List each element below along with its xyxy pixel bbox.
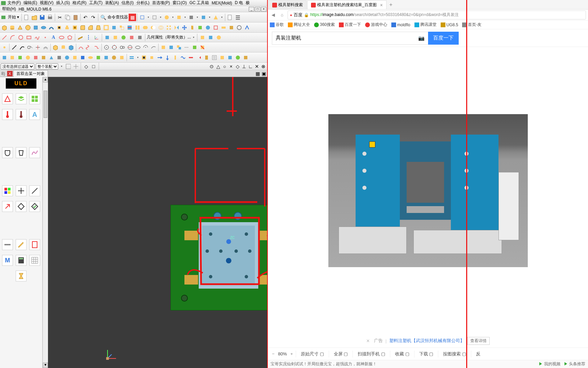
- geom-props-label[interactable]: 几何属性（即将失效）...: [147, 34, 191, 40]
- feature-extra-4[interactable]: [220, 24, 227, 31]
- core-icon[interactable]: [148, 54, 156, 61]
- tab-inactive[interactable]: 模具塑料搜索: [268, 0, 307, 9]
- menu-window[interactable]: 窗口(O): [171, 0, 188, 6]
- sphere-icon[interactable]: [24, 24, 32, 31]
- bookmark-sitedir[interactable]: 网址大全: [288, 22, 310, 28]
- menu-view[interactable]: 视图(V): [38, 0, 55, 6]
- mold-3-icon[interactable]: [16, 54, 24, 61]
- new-icon[interactable]: [23, 14, 30, 21]
- feature-extra-3[interactable]: [212, 24, 219, 31]
- caption-close-icon[interactable]: ✕: [366, 338, 370, 343]
- tab-close-x[interactable]: X: [7, 71, 13, 76]
- print-icon[interactable]: [46, 14, 54, 21]
- curve-arc-icon[interactable]: [18, 44, 26, 51]
- mold-core[interactable]: ZC: [199, 222, 258, 289]
- mold-12-icon[interactable]: [87, 54, 94, 61]
- filter-select-2[interactable]: 整个装配: [36, 63, 58, 70]
- text-icon[interactable]: A: [50, 34, 57, 41]
- ejector-icon[interactable]: [172, 54, 179, 61]
- viewport-btn-2[interactable]: ▣: [261, 71, 266, 76]
- zoom-out-icon[interactable]: −: [271, 351, 276, 357]
- split-icon[interactable]: [134, 24, 141, 31]
- feature-extra-6[interactable]: [235, 24, 243, 31]
- tab-active[interactable]: 首双击某一对象: [13, 70, 48, 77]
- cmd-red-icon[interactable]: ▦: [129, 14, 136, 21]
- sp-m-icon[interactable]: M: [2, 255, 13, 266]
- sp-bar-icon[interactable]: [2, 239, 13, 250]
- sp-cup-icon[interactable]: [2, 147, 13, 158]
- menu-analysis[interactable]: 分析(L): [135, 0, 151, 6]
- extract-icon[interactable]: [167, 44, 175, 51]
- sp-calc-icon[interactable]: [16, 255, 27, 266]
- tool-sheet-icon[interactable]: [226, 14, 234, 21]
- trim-icon[interactable]: [126, 24, 133, 31]
- menu-info[interactable]: 信息(I): [120, 0, 135, 6]
- curve-tangent-icon[interactable]: [26, 44, 34, 51]
- bookmark-google[interactable]: 谷歌: [270, 22, 284, 28]
- block-icon[interactable]: [1, 24, 8, 31]
- sketch-constraint-4[interactable]: [128, 34, 135, 41]
- mold-15-icon[interactable]: [110, 54, 118, 61]
- tool-f-icon[interactable]: [200, 14, 207, 21]
- feature-extra-1[interactable]: [196, 24, 204, 31]
- revolve-icon[interactable]: [40, 24, 47, 31]
- electrode-icon[interactable]: [203, 54, 210, 61]
- search-icon[interactable]: 🔍: [99, 14, 107, 21]
- sp-colorgrid-icon[interactable]: [2, 185, 13, 196]
- mold-11-icon[interactable]: [79, 54, 86, 61]
- circle-3pt-icon[interactable]: [111, 44, 118, 51]
- mold-9-icon[interactable]: [63, 54, 71, 61]
- menu-ji[interactable]: 极: [244, 0, 251, 6]
- download-button[interactable]: 下载 ▢: [416, 351, 437, 357]
- sp-pencil-icon[interactable]: [16, 239, 27, 250]
- search-by-image-button[interactable]: 按图搜索 ▢: [440, 351, 470, 357]
- mold-7-icon[interactable]: [48, 54, 55, 61]
- circle-tan-icon[interactable]: [118, 44, 126, 51]
- tool-g-icon[interactable]: [212, 14, 219, 21]
- original-size-button[interactable]: 原始尺寸 ▢: [297, 351, 327, 357]
- mold-1-icon[interactable]: [1, 54, 8, 61]
- undo-icon[interactable]: ↶: [82, 14, 89, 21]
- feedback-button[interactable]: 反: [473, 351, 484, 357]
- snap-mid-icon[interactable]: △: [215, 63, 221, 70]
- sp-diag-icon[interactable]: [29, 185, 40, 196]
- rect-icon[interactable]: [25, 34, 33, 41]
- arc-center-icon[interactable]: [142, 44, 149, 51]
- mold-2-icon[interactable]: [9, 54, 16, 61]
- bridge-icon[interactable]: [93, 44, 100, 51]
- sp-doc-icon[interactable]: [29, 239, 40, 250]
- sp-cross-icon[interactable]: [16, 185, 27, 196]
- mold-13-icon[interactable]: [95, 54, 102, 61]
- snap-ctr-icon[interactable]: ○: [222, 63, 228, 70]
- pocket-icon[interactable]: [71, 24, 79, 31]
- menu-insert[interactable]: 插入(S): [55, 0, 71, 6]
- feature-extra-7[interactable]: [243, 24, 251, 31]
- menu-prefs[interactable]: 首选项(P): [151, 0, 171, 6]
- bookmark-ug85[interactable]: UG8.5: [441, 22, 458, 27]
- viewport-btn-1[interactable]: ▦: [255, 71, 260, 76]
- cut-icon[interactable]: ✂: [56, 14, 64, 21]
- sp-grid-icon[interactable]: [29, 93, 40, 104]
- snap-3-icon[interactable]: ◇: [83, 63, 89, 70]
- sp-check-icon[interactable]: [29, 201, 40, 212]
- point-icon[interactable]: [42, 34, 49, 41]
- tool-d-icon[interactable]: [175, 14, 183, 21]
- menu-tools[interactable]: 工具(T): [88, 0, 104, 6]
- scroll-down-icon[interactable]: ▼: [43, 363, 48, 368]
- sp-layers-icon[interactable]: [16, 93, 27, 104]
- intersect-icon[interactable]: [157, 24, 165, 31]
- snap-near-icon[interactable]: ✕: [254, 63, 260, 70]
- favorite-button[interactable]: 收藏 ▢: [392, 351, 413, 357]
- menu-help[interactable]: 帮助(H): [1, 6, 17, 12]
- menu-assembly[interactable]: 装配(A): [104, 0, 120, 6]
- sp-arrow-icon[interactable]: [2, 201, 13, 212]
- mold-10-icon[interactable]: [71, 54, 79, 61]
- search-input[interactable]: 具装注塑机 📷: [272, 32, 428, 45]
- draft-icon[interactable]: [95, 24, 102, 31]
- feature-extra-5[interactable]: [228, 24, 235, 31]
- fillet-icon[interactable]: [79, 24, 86, 31]
- scroll-up-icon[interactable]: ▲: [43, 77, 48, 82]
- datum-axis-icon[interactable]: [85, 34, 92, 41]
- filter-select-1[interactable]: 没有选择过滤器: [1, 63, 34, 70]
- tool-a-icon[interactable]: [138, 14, 146, 21]
